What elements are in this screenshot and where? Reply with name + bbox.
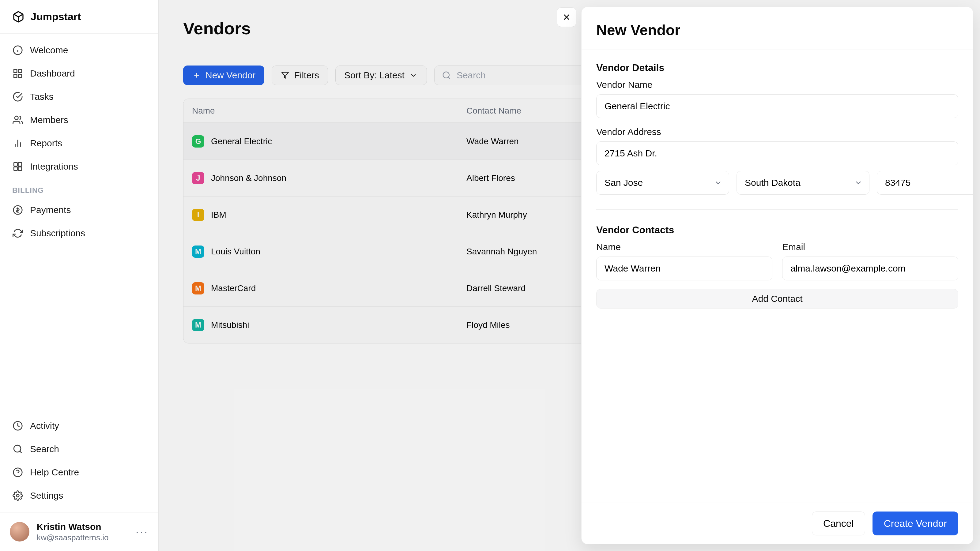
sidebar-item-help[interactable]: Help Centre <box>7 461 151 483</box>
sidebar-item-label: Members <box>30 115 68 125</box>
contact-email-label: Email <box>782 242 958 252</box>
svg-rect-4 <box>14 70 17 73</box>
svg-point-8 <box>15 116 18 119</box>
vendor-contacts-section: Vendor Contacts Name Email Add Contact <box>596 224 958 308</box>
help-icon <box>12 467 23 478</box>
dashboard-icon <box>12 68 23 79</box>
sidebar-item-label: Tasks <box>30 92 54 102</box>
zip-input[interactable] <box>877 171 973 195</box>
sidebar-item-activity[interactable]: Activity <box>7 415 151 437</box>
brand: Jumpstart <box>0 0 158 34</box>
state-select[interactable] <box>737 171 869 195</box>
sidebar-item-label: Reports <box>30 138 62 148</box>
close-button[interactable] <box>557 7 576 27</box>
dollar-icon <box>12 205 23 216</box>
svg-rect-13 <box>18 162 21 166</box>
button-label: Create Vendor <box>884 518 947 529</box>
sidebar-item-settings[interactable]: Settings <box>7 484 151 507</box>
more-icon[interactable]: ··· <box>136 525 148 538</box>
svg-rect-6 <box>19 75 22 78</box>
new-vendor-drawer: New Vendor Vendor Details Vendor Name Ve… <box>581 7 973 544</box>
sidebar-item-label: Dashboard <box>30 68 75 79</box>
chevron-down-icon <box>714 178 722 187</box>
gear-icon <box>12 490 23 501</box>
drawer-body: Vendor Details Vendor Name Vendor Addres… <box>582 50 973 321</box>
sidebar-section-billing: BILLING <box>7 179 151 198</box>
clock-icon <box>12 420 23 431</box>
contact-email-input[interactable] <box>782 257 958 280</box>
sidebar-item-label: Settings <box>30 491 63 501</box>
users-icon <box>12 114 23 125</box>
vendor-details-section: Vendor Details Vendor Name Vendor Addres… <box>596 62 958 195</box>
cancel-button[interactable]: Cancel <box>812 511 865 535</box>
button-label: Cancel <box>823 518 854 529</box>
svg-rect-15 <box>18 167 21 170</box>
sidebar-nav-main: Welcome Dashboard Tasks Members Reports … <box>0 34 158 250</box>
sidebar-item-tasks[interactable]: Tasks <box>7 86 151 108</box>
drawer-header: New Vendor <box>582 7 973 50</box>
svg-point-22 <box>16 494 19 497</box>
sidebar-item-label: Help Centre <box>30 467 79 478</box>
sidebar-item-members[interactable]: Members <box>7 109 151 131</box>
user-email: kw@saaspatterns.io <box>37 533 109 543</box>
user-meta: Kristin Watson kw@saaspatterns.io <box>37 521 109 542</box>
info-icon <box>12 45 23 56</box>
refresh-icon <box>12 228 23 239</box>
chevron-down-icon <box>854 178 863 187</box>
user-name: Kristin Watson <box>37 521 109 533</box>
sidebar-item-payments[interactable]: Payments <box>7 199 151 221</box>
sidebar-item-label: Payments <box>30 205 71 215</box>
drawer-title: New Vendor <box>596 22 958 38</box>
vendor-address-input[interactable] <box>596 141 958 165</box>
svg-rect-5 <box>19 70 22 73</box>
user-card: Kristin Watson kw@saaspatterns.io ··· <box>0 512 158 551</box>
sidebar-item-dashboard[interactable]: Dashboard <box>7 62 151 84</box>
sidebar-item-integrations[interactable]: Integrations <box>7 156 151 178</box>
create-vendor-button[interactable]: Create Vendor <box>872 511 958 535</box>
vendor-name-label: Vendor Name <box>596 79 958 90</box>
add-contact-button[interactable]: Add Contact <box>596 289 958 308</box>
sidebar-nav-bottom: Activity Search Help Centre Settings <box>0 409 158 512</box>
sidebar-item-label: Activity <box>30 421 59 431</box>
sidebar-item-label: Integrations <box>30 161 78 172</box>
sidebar-item-search[interactable]: Search <box>7 438 151 460</box>
contact-name-input[interactable] <box>596 257 772 280</box>
check-circle-icon <box>12 91 23 102</box>
brand-name: Jumpstart <box>30 11 81 23</box>
contact-name-label: Name <box>596 242 772 252</box>
svg-rect-14 <box>14 167 17 170</box>
section-title: Vendor Contacts <box>596 224 958 236</box>
search-icon <box>12 443 23 454</box>
button-label: Add Contact <box>752 294 802 304</box>
logo-icon <box>12 11 24 23</box>
close-icon <box>562 12 571 22</box>
sidebar-item-subscriptions[interactable]: Subscriptions <box>7 222 151 244</box>
bar-chart-icon <box>12 138 23 149</box>
sidebar-item-welcome[interactable]: Welcome <box>7 39 151 61</box>
svg-rect-12 <box>14 162 17 166</box>
section-title: Vendor Details <box>596 62 958 73</box>
sidebar-item-label: Subscriptions <box>30 228 85 238</box>
sidebar-item-label: Search <box>30 444 59 454</box>
svg-point-18 <box>14 445 21 452</box>
sidebar: Jumpstart Welcome Dashboard Tasks Member… <box>0 0 159 551</box>
drawer-footer: Cancel Create Vendor <box>582 503 973 544</box>
vendor-name-input[interactable] <box>596 94 958 118</box>
svg-rect-7 <box>14 75 17 78</box>
avatar <box>10 522 29 541</box>
city-select[interactable] <box>596 171 729 195</box>
sidebar-item-reports[interactable]: Reports <box>7 132 151 154</box>
grid-icon <box>12 161 23 172</box>
svg-line-19 <box>20 451 22 453</box>
vendor-address-label: Vendor Address <box>596 127 958 137</box>
sidebar-item-label: Welcome <box>30 45 68 56</box>
